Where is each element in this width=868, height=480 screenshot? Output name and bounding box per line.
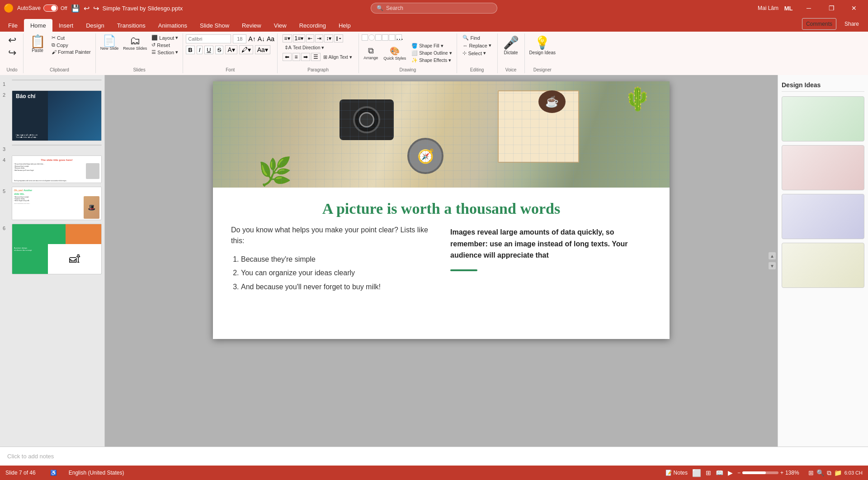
search-box[interactable]: 🔍 Search	[371, 3, 497, 14]
design-idea-2[interactable]	[782, 145, 864, 190]
tab-insert[interactable]: Insert	[52, 19, 80, 32]
autosave-toggle[interactable]	[43, 5, 58, 12]
share-button[interactable]: Share	[839, 19, 864, 29]
comments-button[interactable]: Comments	[802, 18, 836, 30]
shape-line[interactable]	[382, 34, 388, 41]
decrease-indent-button[interactable]: ⇤	[306, 34, 314, 42]
close-button[interactable]: ✕	[844, 0, 864, 16]
new-slide-button[interactable]: 📄 New Slide	[99, 34, 121, 52]
user-avatar[interactable]: ML	[782, 2, 795, 14]
align-left-button[interactable]: ⬅	[283, 53, 292, 61]
scroll-down-button[interactable]: ▼	[769, 262, 776, 269]
minimize-button[interactable]: ─	[798, 0, 819, 16]
normal-view-button[interactable]: ⬜	[692, 469, 701, 477]
slide-sorter-button[interactable]: ⊞	[706, 469, 711, 476]
undo-title-icon[interactable]: ↩	[84, 4, 90, 13]
shape-outline-button[interactable]: ⬜ Shape Outline ▾	[410, 50, 453, 56]
slide-img-2[interactable]: Báo chí Cập nhật tin tức về Báo chíTìm h…	[12, 90, 102, 141]
align-text-button[interactable]: ⊞ Align Text ▾	[321, 54, 354, 61]
notes-bar[interactable]: Click to add notes	[0, 447, 868, 466]
design-idea-1[interactable]	[782, 96, 864, 141]
notes-status-button[interactable]: 📝 Notes	[665, 470, 688, 476]
text-direction-button[interactable]: ⇕A Text Direction ▾	[283, 44, 326, 51]
reuse-slides-button[interactable]: 🗂 Reuse Slides	[121, 34, 149, 52]
italic-button[interactable]: I	[197, 46, 203, 54]
shape-ellipse[interactable]	[368, 34, 375, 41]
slide-right-column[interactable]: Images reveal large amounts of data quic…	[450, 225, 651, 294]
replace-button[interactable]: ↔ Replace ▾	[461, 42, 493, 49]
section-button[interactable]: ☰ Section ▾	[150, 49, 180, 56]
font-color-button[interactable]: A▾	[225, 45, 237, 54]
tab-design[interactable]: Design	[80, 19, 110, 32]
quick-styles-button[interactable]: 🎨 Quick Styles	[382, 45, 408, 61]
task-view-icon[interactable]: ⧉	[827, 469, 831, 477]
shape-rect[interactable]	[362, 34, 368, 41]
slide-thumb-3[interactable]: 3 Báo chí ▦ Danh sách hơn 35bài báo về s…	[2, 144, 103, 153]
tab-home[interactable]: Home	[24, 19, 52, 32]
undo-button[interactable]: ↩	[4, 34, 20, 46]
shape-triangle[interactable]	[375, 34, 382, 41]
accessibility-icon[interactable]: ♿	[50, 470, 57, 476]
slide-img-5[interactable]: Oh, yes! Another slide title. • Because …	[12, 187, 102, 220]
paste-button[interactable]: 📋 Paste	[26, 34, 49, 54]
highlight-color-button[interactable]: 🖍▾	[239, 45, 253, 54]
shape-fill-button[interactable]: 🪣 Shape Fill ▾	[410, 42, 453, 49]
font-size-dec-icon[interactable]: A↓	[258, 35, 265, 42]
tab-help[interactable]: Help	[332, 19, 357, 32]
tab-file[interactable]: File	[2, 19, 24, 32]
save-icon[interactable]: 💾	[71, 4, 80, 13]
tab-view[interactable]: View	[268, 19, 293, 32]
slide-thumb-1[interactable]: 1 📚 NGÀY HỘI "VĂN HÓA ĐỌC" Hành trình tr…	[2, 79, 103, 88]
zoom-out-button[interactable]: −	[737, 470, 741, 476]
select-button[interactable]: ⊹ Select ▾	[461, 50, 488, 56]
arrange-button[interactable]: ⧉ Arrange	[362, 45, 380, 61]
scroll-up-button[interactable]: ▲	[769, 252, 776, 259]
search-taskbar-icon[interactable]: 🔍	[816, 469, 824, 476]
slide-img-6[interactable]: 🛋 A picture alwaysreinforces the concept	[12, 224, 102, 274]
slide-thumb-5[interactable]: 5 Oh, yes! Another slide title. • Becaus…	[2, 186, 103, 221]
layout-button[interactable]: ⬛ Layout ▾	[150, 34, 180, 41]
align-right-button[interactable]: ➡	[301, 53, 310, 61]
shape-arrow[interactable]	[389, 34, 395, 41]
slide-canvas[interactable]: 🧭 🌿 🌵 ☕ A picture is worth a thousand wo…	[213, 81, 670, 339]
zoom-slider[interactable]	[742, 471, 778, 474]
font-name-input[interactable]	[186, 34, 231, 43]
slide-thumb-4[interactable]: 4 The slide title goes here! • Do you kn…	[2, 155, 103, 184]
tab-recording[interactable]: Recording	[293, 19, 332, 32]
slide-left-column[interactable]: Do you know what helps you make your poi…	[231, 225, 432, 294]
format-painter-button[interactable]: 🖌 Format Painter	[50, 49, 93, 55]
underline-button[interactable]: U	[204, 46, 213, 54]
restore-button[interactable]: ❐	[821, 0, 842, 16]
slide-img-1[interactable]: 📚 NGÀY HỘI "VĂN HÓA ĐỌC" Hành trình tri …	[12, 80, 102, 80]
column-button[interactable]: ⫿▾	[334, 34, 343, 42]
numbered-list-button[interactable]: 1≡▾	[293, 34, 306, 42]
shape-effects-button[interactable]: ✨ Shape Effects ▾	[410, 57, 453, 64]
tab-slide-show[interactable]: Slide Show	[193, 19, 236, 32]
redo-button[interactable]: ↪	[4, 47, 20, 59]
slide-thumb-2[interactable]: 2 Báo chí Cập nhật tin tức về Báo chíTìm…	[2, 89, 103, 142]
cut-button[interactable]: ✂ Cut	[50, 34, 93, 41]
bullet-list-button[interactable]: ≡▾	[283, 34, 292, 42]
slide-thumb-6[interactable]: 6 🛋 A picture alwaysreinforces the conce…	[2, 223, 103, 275]
dictate-button[interactable]: 🎤 Dictate	[501, 34, 521, 56]
design-ideas-button[interactable]: 💡 Design Ideas	[528, 34, 557, 56]
slide-title[interactable]: A picture is worth a thousand words	[213, 188, 670, 225]
bold-button[interactable]: B	[186, 46, 194, 54]
windows-icon[interactable]: ⊞	[808, 469, 814, 476]
tab-review[interactable]: Review	[236, 19, 268, 32]
redo-title-icon[interactable]: ↪	[93, 4, 99, 13]
reading-view-button[interactable]: 📖	[716, 469, 723, 476]
zoom-in-button[interactable]: +	[780, 470, 783, 476]
strikethrough-button[interactable]: S	[215, 46, 224, 54]
font-size-input[interactable]	[233, 34, 246, 43]
copy-button[interactable]: ⧉ Copy	[50, 42, 93, 48]
slide-img-4[interactable]: The slide title goes here! • Do you know…	[12, 155, 102, 183]
tab-animations[interactable]: Animations	[152, 19, 193, 32]
shape-more[interactable]: ⋯	[396, 34, 402, 41]
find-button[interactable]: 🔍 Find	[461, 34, 481, 41]
font-size-inc-icon[interactable]: A↑	[248, 35, 255, 42]
reset-button[interactable]: ↺ Reset	[150, 42, 180, 48]
file-explorer-icon[interactable]: 📁	[834, 469, 842, 476]
increase-indent-button[interactable]: ⇥	[315, 34, 323, 42]
line-spacing-button[interactable]: ↕▾	[324, 34, 333, 42]
